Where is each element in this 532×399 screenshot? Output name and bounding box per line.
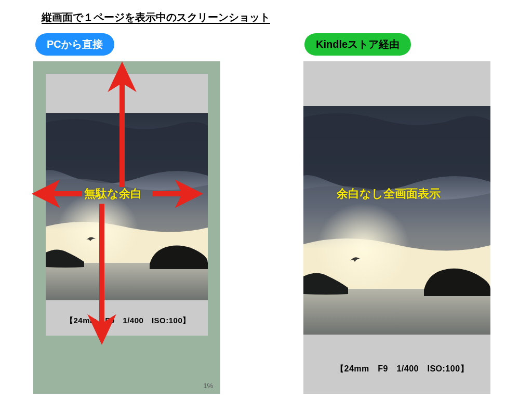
badge-pc-direct: PCから直接 — [35, 33, 114, 56]
arrow-left-icon — [37, 183, 82, 204]
badge-kindle-store: Kindleストア経由 — [304, 33, 411, 56]
photo-meta-left: 【24mm F9 1/400 ISO:100】 — [65, 316, 191, 326]
overlay-right: 余白なし全画面表示 — [337, 186, 441, 202]
progress-label: 1% — [203, 382, 213, 390]
photo-meta-right: 【24mm F9 1/400 ISO:100】 — [336, 364, 469, 375]
arrow-down-icon — [91, 204, 112, 339]
arrow-right-icon — [153, 183, 197, 204]
photo-right — [303, 106, 490, 335]
arrow-up-icon — [112, 68, 132, 187]
device-right: 【24mm F9 1/400 ISO:100】 — [303, 61, 490, 394]
overlay-left: 無駄な余白 — [84, 186, 142, 202]
page-title: 縦画面で１ページを表示中のスクリーンショット — [42, 10, 270, 24]
